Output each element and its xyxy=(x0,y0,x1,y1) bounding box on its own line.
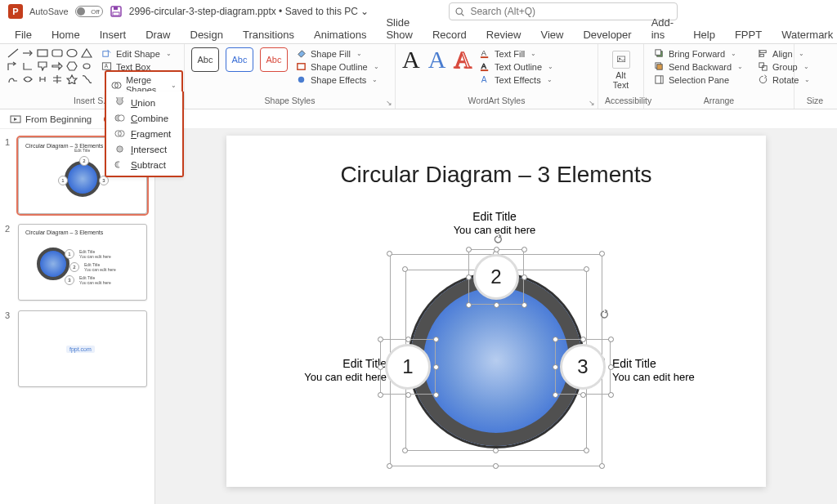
shape-gallery[interactable] xyxy=(7,47,93,85)
svg-rect-15 xyxy=(103,51,109,57)
group-icon xyxy=(758,61,768,72)
tab-fppt[interactable]: FPPT xyxy=(732,26,765,43)
slide[interactable]: Circular Diagram – 3 Elements Edit Title… xyxy=(226,136,766,487)
wordart-sample-1[interactable]: A xyxy=(402,47,420,72)
svg-point-9 xyxy=(67,50,77,57)
svg-point-34 xyxy=(619,58,620,60)
merge-intersect[interactable]: Intersect xyxy=(106,141,182,157)
wordart-sample-2[interactable]: A xyxy=(428,47,446,72)
search-box[interactable]: Search (Alt+Q) xyxy=(449,2,678,20)
file-name[interactable]: 2996-circular-3-step-diagram.pptx • Save… xyxy=(129,6,369,17)
shape-outline-button[interactable]: Shape Outline⌄ xyxy=(293,60,383,73)
tab-addins[interactable]: Add-ins xyxy=(648,14,677,43)
alt-text-button[interactable] xyxy=(612,51,630,69)
label-right[interactable]: Edit Title You can edit here xyxy=(612,356,751,385)
shape-fill-button[interactable]: Shape Fill⌄ xyxy=(293,47,383,60)
title-bar: P AutoSave Off 2996-circular-3-step-diag… xyxy=(0,0,837,23)
svg-rect-43 xyxy=(763,66,768,71)
search-placeholder: Search (Alt+Q) xyxy=(470,6,535,17)
ribbon: Edit Shape⌄ A Text Box Insert S... Merge… xyxy=(0,44,837,109)
merge-shapes-dropdown: Union Combine Fragment Intersect Subtrac… xyxy=(105,91,184,177)
svg-rect-26 xyxy=(298,64,305,69)
tab-insert[interactable]: Insert xyxy=(96,26,130,43)
tab-record[interactable]: Record xyxy=(429,26,470,43)
tab-animations[interactable]: Animations xyxy=(311,26,369,43)
dialog-launcher-icon[interactable]: ↘ xyxy=(589,99,595,107)
svg-point-21 xyxy=(119,115,124,121)
merge-subtract[interactable]: Subtract xyxy=(106,157,182,172)
tab-view[interactable]: View xyxy=(537,26,566,43)
alt-text-icon xyxy=(616,55,626,65)
edit-shape-button[interactable]: Edit Shape⌄ xyxy=(98,47,175,60)
svg-line-5 xyxy=(8,49,18,57)
merge-fragment[interactable]: Fragment xyxy=(106,126,182,141)
tab-transitions[interactable]: Transitions xyxy=(239,26,298,43)
diagram-group[interactable]: 2 1 3 xyxy=(390,254,602,466)
autosave-toggle[interactable]: Off xyxy=(75,6,103,17)
merge-union[interactable]: Union xyxy=(106,95,182,110)
ribbon-tabs: File Home Insert Draw Design Transitions… xyxy=(0,23,837,44)
label-left[interactable]: Edit Title You can edit here xyxy=(256,356,387,385)
tab-review[interactable]: Review xyxy=(483,26,525,43)
rotate-handle-icon[interactable] xyxy=(599,310,609,319)
svg-line-4 xyxy=(462,13,464,16)
selection-pane-icon xyxy=(654,74,665,85)
align-icon xyxy=(758,48,768,59)
text-outline-button[interactable]: AText Outline⌄ xyxy=(477,60,557,73)
svg-rect-2 xyxy=(113,12,119,16)
svg-rect-39 xyxy=(760,54,764,56)
tab-slideshow[interactable]: Slide Show xyxy=(383,14,416,43)
style-sample-3[interactable]: Abc xyxy=(260,47,288,72)
from-beginning-button[interactable]: From Beginning xyxy=(10,114,92,125)
tab-developer[interactable]: Developer xyxy=(580,26,634,43)
svg-marker-11 xyxy=(38,62,47,70)
group-wordart-styles: A A A AText Fill⌄ AText Outline⌄ AText E… xyxy=(396,44,598,109)
tab-draw[interactable]: Draw xyxy=(142,26,173,43)
slide-thumbnails: 1 Circular Diagram – 3 Elements 2 1 3 Ed… xyxy=(0,129,155,504)
tab-help[interactable]: Help xyxy=(690,26,718,43)
svg-rect-31 xyxy=(481,69,488,71)
style-sample-2[interactable]: Abc xyxy=(226,47,253,72)
svg-rect-38 xyxy=(760,51,766,53)
svg-rect-8 xyxy=(52,50,62,56)
group-arrange: Bring Forward⌄ Align⌄ Send Backward⌄ Gro… xyxy=(644,44,794,109)
rotate-handle-icon[interactable] xyxy=(493,234,503,244)
save-icon[interactable] xyxy=(110,5,123,18)
svg-point-3 xyxy=(456,8,462,14)
svg-marker-47 xyxy=(14,118,17,121)
powerpoint-icon: P xyxy=(8,4,23,19)
tab-design[interactable]: Design xyxy=(187,26,226,43)
send-backward-button[interactable]: Send Backward⌄ xyxy=(651,60,746,73)
wordart-sample-3[interactable]: A xyxy=(454,47,472,72)
dialog-launcher-icon[interactable]: ↘ xyxy=(386,99,392,107)
selection-pane-button[interactable]: Selection Pane xyxy=(651,74,746,86)
label-top[interactable]: Edit Title You can edit here xyxy=(421,209,568,238)
thumbnail-3[interactable]: 3 fppt.com xyxy=(5,310,150,387)
svg-text:A: A xyxy=(105,63,109,69)
merge-shapes-icon xyxy=(111,80,122,91)
shape-style-gallery[interactable]: Abc Abc Abc xyxy=(191,47,288,72)
slide-canvas-area[interactable]: Circular Diagram – 3 Elements Edit Title… xyxy=(155,129,837,504)
svg-rect-44 xyxy=(656,76,663,83)
bring-forward-icon xyxy=(654,48,665,59)
svg-point-25 xyxy=(119,162,124,167)
svg-marker-12 xyxy=(52,63,62,69)
text-outline-icon: A xyxy=(480,61,490,72)
tab-home[interactable]: Home xyxy=(48,26,83,43)
bring-forward-button[interactable]: Bring Forward⌄ xyxy=(651,47,746,60)
merge-combine[interactable]: Combine xyxy=(106,110,182,126)
svg-marker-13 xyxy=(67,62,77,70)
shape-effects-button[interactable]: Shape Effects⌄ xyxy=(293,74,383,86)
slide-title[interactable]: Circular Diagram – 3 Elements xyxy=(226,162,766,188)
search-icon xyxy=(454,7,465,17)
shape-fill-icon xyxy=(296,48,307,59)
tab-file[interactable]: File xyxy=(11,26,35,43)
wordart-gallery[interactable]: A A A xyxy=(402,47,472,72)
group-label-accessibility: Accessibility xyxy=(605,96,637,105)
text-fill-button[interactable]: AText Fill⌄ xyxy=(477,47,557,60)
svg-point-27 xyxy=(298,77,304,83)
text-effects-button[interactable]: AText Effects⌄ xyxy=(477,74,557,86)
style-sample-1[interactable]: Abc xyxy=(191,47,219,72)
thumbnail-2[interactable]: 2 Circular Diagram – 3 Elements 1 2 3 Ed… xyxy=(5,224,150,301)
tab-watermark[interactable]: Watermark xyxy=(778,26,836,43)
